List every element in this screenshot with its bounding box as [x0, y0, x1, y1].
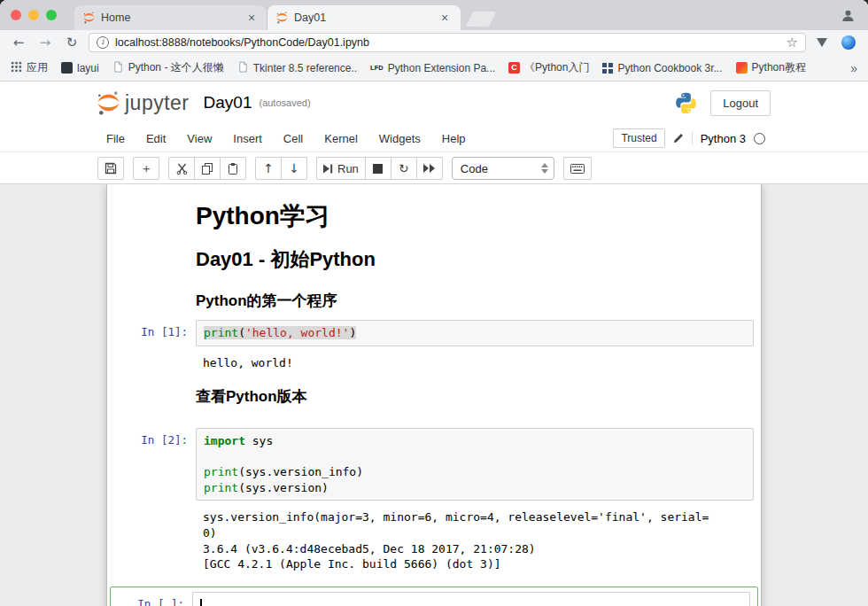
bookmark-python-extension[interactable]: LFD Python Extension Pa...: [370, 62, 495, 74]
menu-edit[interactable]: Edit: [136, 132, 176, 145]
code-token: ): [349, 326, 356, 339]
output-prompt: [114, 352, 196, 371]
stop-icon: [373, 164, 383, 174]
jupyter-header: jupyter Day01 (autosaved) Logout: [0, 82, 868, 124]
kernel-name: Python 3: [701, 132, 746, 145]
new-tab-button[interactable]: [466, 12, 496, 27]
grid-favicon-icon: [602, 63, 613, 74]
code-input-2[interactable]: import sys print(sys.version_info) print…: [196, 428, 754, 501]
bookmark-apps[interactable]: 应用: [11, 60, 48, 75]
markdown-cell-day01[interactable]: Day01 - 初始Python: [107, 237, 761, 280]
address-bar[interactable]: i localhost:8888/notebooks/PythonCode/Da…: [89, 33, 806, 52]
bookmark-label: Python - 这个人很懒: [128, 60, 224, 75]
menu-file[interactable]: File: [103, 132, 136, 145]
minimize-window-button[interactable]: [28, 10, 39, 20]
bookmark-layui[interactable]: layui: [61, 62, 99, 74]
notebook-title[interactable]: Day01: [204, 93, 252, 113]
bookmark-python-tutorial[interactable]: Python教程: [736, 60, 806, 75]
menu-help[interactable]: Help: [431, 132, 477, 145]
tab-home[interactable]: Home ×: [74, 5, 267, 30]
menu-insert[interactable]: Insert: [222, 132, 273, 145]
csdn-favicon-icon: C: [508, 62, 520, 74]
output-text: hello, world!: [196, 352, 754, 371]
move-cell-up-button[interactable]: ↑: [255, 157, 282, 180]
extension-globe-icon[interactable]: [841, 35, 856, 50]
menu-widgets[interactable]: Widgets: [368, 132, 431, 145]
cell-type-value: Code: [461, 162, 541, 175]
notebook-container: Python学习 Day01 - 初始Python Python的第一个程序 I…: [106, 184, 762, 606]
menu-view[interactable]: View: [176, 132, 222, 145]
restart-kernel-button[interactable]: ↻: [391, 157, 417, 180]
notebook-heading-1: Python学习: [196, 202, 754, 230]
cell-type-select[interactable]: Code: [452, 157, 554, 180]
bookmark-python-intro[interactable]: C 《Python入门: [508, 60, 589, 75]
restart-run-all-button[interactable]: [416, 157, 443, 180]
profile-icon[interactable]: [841, 8, 856, 27]
command-palette-button[interactable]: [563, 157, 592, 180]
zoom-window-button[interactable]: [46, 10, 57, 20]
plus-icon: ＋: [140, 162, 152, 175]
forward-button[interactable]: →: [35, 36, 55, 50]
trusted-badge[interactable]: Trusted: [613, 128, 664, 148]
code-cell-3-selected[interactable]: In [ ]:: [110, 587, 758, 606]
tab-title: Day01: [294, 12, 431, 24]
insert-cell-button[interactable]: ＋: [133, 157, 159, 180]
bookmark-tkinter[interactable]: Tkinter 8.5 reference..: [237, 61, 357, 75]
code-input-1[interactable]: print('hello, world!'): [196, 320, 754, 346]
extension-triangle-icon[interactable]: [817, 38, 827, 47]
interrupt-kernel-button[interactable]: [365, 157, 391, 180]
menu-cell[interactable]: Cell: [273, 132, 314, 145]
apps-grid-icon: [11, 61, 22, 75]
reload-button[interactable]: ↻: [62, 36, 81, 50]
code-token: import: [204, 434, 245, 447]
bookmarks-bar: 应用 layui Python - 这个人很懒 Tkinter 8.5 refe…: [0, 55, 868, 82]
paste-cell-button[interactable]: [220, 157, 246, 180]
checkpoint-status: (autosaved): [259, 97, 310, 108]
code-input-3[interactable]: [192, 592, 750, 606]
layui-favicon-icon: [61, 62, 73, 74]
jupyter-menubar: File Edit View Insert Cell Kernel Widget…: [0, 124, 868, 152]
close-tab-icon[interactable]: ×: [244, 11, 259, 25]
lfd-favicon-icon: LFD: [370, 64, 384, 72]
tabs: Home × Day01 ×: [74, 5, 492, 30]
bookmark-star-icon[interactable]: ☆: [787, 36, 798, 50]
bookmark-python-cookbook[interactable]: Python Cookbook 3r...: [602, 62, 722, 74]
jupyter-logo-icon[interactable]: [97, 90, 120, 115]
input-prompt: In [2]:: [114, 428, 196, 501]
notebook-heading-3: Python的第一个程序: [196, 291, 754, 311]
save-button[interactable]: [97, 157, 124, 180]
jupyter-wordmark[interactable]: jupyter: [125, 91, 190, 115]
code-cell-1[interactable]: In [1]: print('hello, world!'): [107, 316, 761, 350]
navigation-bar: ← → ↻ i localhost:8888/notebooks/PythonC…: [0, 30, 868, 55]
move-cell-down-button[interactable]: ↓: [281, 157, 307, 180]
fast-forward-icon: [423, 164, 435, 173]
code-token: print: [204, 465, 238, 478]
browser-window: Home × Day01 × ← → ↻ i localhost:8888/no…: [0, 0, 868, 606]
site-info-icon[interactable]: i: [97, 36, 109, 49]
markdown-cell-first-program[interactable]: Python的第一个程序: [107, 280, 761, 316]
pencil-icon: [673, 133, 684, 144]
logout-button[interactable]: Logout: [710, 90, 771, 116]
bookmarks-overflow-icon[interactable]: »: [850, 61, 857, 75]
cut-cell-button[interactable]: [168, 157, 195, 180]
close-window-button[interactable]: [11, 10, 21, 20]
output-prompt: [114, 506, 196, 571]
bookmark-python-blog[interactable]: Python - 这个人很懒: [112, 60, 224, 75]
clipboard-icon: [227, 162, 239, 175]
notebook-scroll-area[interactable]: Python学习 Day01 - 初始Python Python的第一个程序 I…: [0, 184, 868, 606]
url-text[interactable]: localhost:8888/notebooks/PythonCode/Day0…: [115, 36, 780, 49]
keyboard-icon: [570, 164, 585, 174]
close-tab-icon[interactable]: ×: [438, 11, 452, 25]
tab-day01[interactable]: Day01 ×: [267, 5, 461, 30]
code-token: (: [238, 326, 245, 339]
bookmark-label: 《Python入门: [524, 60, 589, 75]
copy-cell-button[interactable]: [194, 157, 221, 180]
markdown-cell-version[interactable]: 查看Python版本: [107, 376, 761, 412]
back-button[interactable]: ←: [9, 36, 28, 50]
menu-kernel[interactable]: Kernel: [314, 132, 368, 145]
arrow-down-icon: ↓: [289, 162, 299, 175]
bookmark-label: Python教程: [752, 60, 806, 75]
code-cell-2[interactable]: In [2]: import sys print(sys.version_inf…: [107, 424, 761, 504]
markdown-cell-title[interactable]: Python学习: [107, 193, 761, 237]
run-cell-button[interactable]: Run: [316, 157, 366, 180]
